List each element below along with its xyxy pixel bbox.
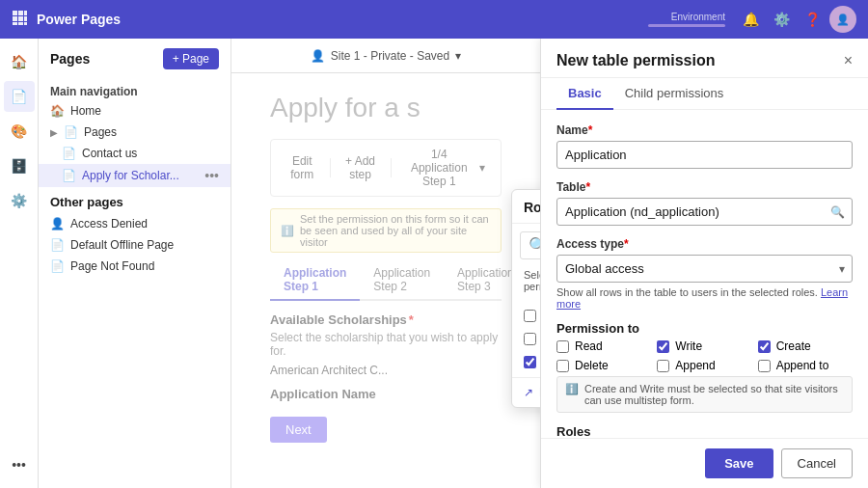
content-area: 👤 Site 1 - Private - Saved ▾ Apply for a… (231, 39, 540, 488)
perm-read-checkbox[interactable] (556, 340, 569, 353)
perm-delete-checkbox[interactable] (556, 360, 569, 372)
permission-to-title: Permission to (556, 321, 853, 336)
table-label: Table* (556, 180, 853, 194)
role-item-admin: Administrators (524, 304, 540, 327)
pages-panel: Pages + Page Main navigation 🏠 Home ▶ 📄 … (39, 39, 231, 488)
roles-popup-header: Roles ✕ (512, 190, 540, 224)
manage-roles-link[interactable]: ↗ Manage roles (512, 377, 540, 407)
topbar-right: Environment 🔔 ⚙️ ❓ 👤 (648, 6, 856, 33)
setup-nav-icon[interactable]: ⚙️ (4, 185, 35, 216)
pages-panel-header: Pages + Page (39, 39, 231, 75)
perm-appendto-checkbox[interactable] (758, 360, 771, 372)
access-type-select-wrapper: Global access Contact access Account acc… (556, 255, 853, 283)
tree-item-access-denied[interactable]: 👤 Access Denied (39, 213, 231, 234)
perm-append-label: Append (675, 359, 715, 372)
svg-rect-8 (24, 22, 27, 25)
perm-write-label: Write (675, 339, 702, 353)
perm-delete-label: Delete (575, 359, 609, 372)
grid-icon (12, 10, 27, 29)
tree-item-notfound-label: Page Not Found (70, 259, 154, 273)
role-item-auth: Authenticated Users (524, 350, 540, 373)
access-type-select[interactable]: Global access Contact access Account acc… (556, 255, 853, 283)
tree-item-apply[interactable]: 📄 Apply for Scholar... ••• (39, 164, 231, 187)
name-field-group: Name* (556, 123, 853, 169)
svg-rect-5 (24, 16, 27, 21)
tree-item-offline[interactable]: 📄 Default Offline Page (39, 234, 231, 256)
svg-rect-3 (13, 16, 17, 21)
home-nav-icon[interactable]: 🏠 (4, 46, 35, 77)
pages-nav-icon[interactable]: 📄 (4, 81, 35, 112)
pages-panel-title: Pages (50, 51, 90, 67)
name-input[interactable] (556, 141, 853, 169)
page-icon-contact: 📄 (62, 147, 76, 160)
tree-item-home-label: Home (70, 104, 101, 118)
svg-rect-1 (18, 11, 23, 15)
role-checkbox-auth[interactable] (524, 356, 536, 368)
tab-basic[interactable]: Basic (556, 78, 613, 110)
roles-popup-title: Roles (524, 200, 540, 215)
more-options-icon[interactable]: ••• (204, 168, 219, 183)
site-icon: 👤 (311, 49, 325, 63)
create-write-note: ℹ️ Create and Write must be selected so … (556, 376, 853, 413)
roles-search[interactable]: 🔍 (520, 231, 540, 259)
add-page-button[interactable]: + Page (163, 48, 219, 69)
chevron-down-icon: ▾ (455, 49, 461, 63)
role-item-anon: Anonymous Users (524, 327, 540, 350)
tree-item-contactus[interactable]: 📄 Contact us (39, 143, 231, 164)
svg-rect-4 (18, 16, 23, 21)
home-icon: 🏠 (50, 104, 65, 118)
tree-item-pages[interactable]: ▶ 📄 Pages (39, 122, 231, 143)
role-checkbox-anon[interactable] (524, 333, 536, 345)
perm-create-checkbox[interactable] (758, 340, 771, 353)
table-field-group: Table* 🔍 (556, 180, 853, 226)
page-icon-apply: 📄 (62, 169, 76, 182)
topbar: Power Pages Environment 🔔 ⚙️ ❓ 👤 (0, 0, 868, 39)
tree-item-home[interactable]: 🏠 Home (39, 100, 231, 122)
notification-button[interactable]: 🔔 (737, 6, 764, 33)
perm-append-checkbox[interactable] (657, 360, 669, 372)
panel-tabs: Basic Child permissions (541, 78, 868, 110)
icon-sidebar: 🏠 📄 🎨 🗄️ ⚙️ ••• (0, 39, 39, 488)
right-panel-title: New table permission (556, 52, 716, 69)
sub-header-content: 👤 Site 1 - Private - Saved ▾ (311, 49, 461, 63)
save-button[interactable]: Save (705, 448, 773, 478)
more-nav-icon[interactable]: ••• (4, 449, 35, 480)
perm-read: Read (556, 339, 651, 353)
tree-item-notfound[interactable]: 📄 Page Not Found (39, 256, 231, 277)
other-pages-label: Other pages (39, 187, 231, 213)
settings-button[interactable]: ⚙️ (768, 6, 795, 33)
page-icon-offline: 📄 (50, 238, 65, 252)
overlay-dim (231, 73, 540, 488)
table-select-wrapper: 🔍 (556, 198, 853, 226)
cancel-button[interactable]: Cancel (781, 448, 853, 478)
page-icon-notfound: 📄 (50, 259, 65, 273)
manage-icon: ↗ (524, 386, 533, 399)
permissions-field-group: Permission to Read Write Create (556, 321, 853, 413)
perm-write-checkbox[interactable] (657, 340, 669, 353)
site-label: Site 1 - Private - Saved (331, 49, 449, 63)
tab-child-permissions[interactable]: Child permissions (613, 78, 736, 110)
table-input[interactable] (556, 198, 853, 226)
roles-popup: Roles ✕ 🔍 Select roles that apply to the… (511, 189, 540, 408)
roles-list: Administrators Anonymous Users Authentic… (512, 300, 540, 377)
page-content: Apply for a s Edit form + Add step 1/4 A… (231, 73, 540, 488)
sub-header: 👤 Site 1 - Private - Saved ▾ (231, 39, 540, 73)
help-button[interactable]: ❓ (799, 6, 826, 33)
avatar[interactable]: 👤 (829, 6, 856, 33)
styling-nav-icon[interactable]: 🎨 (4, 116, 35, 147)
access-type-label: Access type* (556, 237, 853, 251)
role-checkbox-admin[interactable] (524, 310, 536, 322)
perm-write: Write (657, 339, 751, 353)
chevron-icon: ▶ (50, 127, 58, 138)
env-label: Environment (648, 12, 725, 27)
perm-appendto-label: Append to (776, 359, 829, 372)
roles-desc: Select roles that apply to the table per… (512, 267, 540, 300)
tree-item-access-label: Access Denied (70, 217, 148, 230)
right-panel-close-button[interactable]: × (844, 52, 853, 69)
tree-item-pages-label: Pages (84, 125, 117, 139)
right-panel: New table permission × Basic Child permi… (540, 39, 868, 488)
perm-create: Create (758, 339, 853, 353)
data-nav-icon[interactable]: 🗄️ (4, 150, 35, 181)
access-info: Show all rows in the table to users in t… (556, 286, 853, 310)
search-icon: 🔍 (529, 236, 540, 255)
